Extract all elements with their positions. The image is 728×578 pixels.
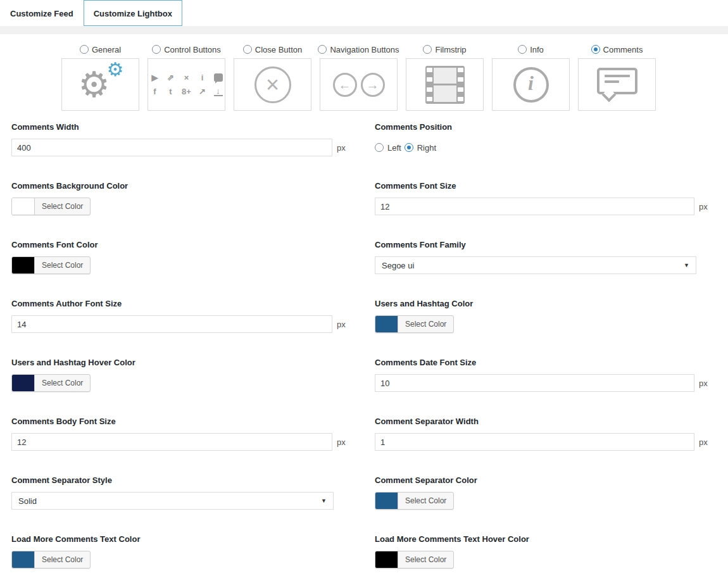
section-label: Close Button [255, 45, 302, 54]
tab-bar: Customize Feed Customize Lightbox [0, 0, 728, 26]
users-hashtag-color-button[interactable]: Select Color [375, 315, 454, 333]
load-more-comments-text-hover-color-button[interactable]: Select Color [375, 551, 454, 569]
color-swatch [375, 493, 398, 509]
comments-width-field: Comments Width px [11, 117, 347, 176]
section-radio-comments[interactable]: Comments [591, 43, 643, 56]
comments-position-field: Comments Position Left Right [375, 117, 709, 176]
comment-separator-width-input[interactable] [375, 433, 694, 451]
field-label: Comments Font Family [375, 240, 709, 249]
section-label: General [92, 45, 121, 54]
section-radio-info[interactable]: Info [518, 43, 544, 56]
field-label: Comment Separator Color [375, 475, 709, 485]
users-hashtag-hover-color-button[interactable]: Select Color [11, 374, 91, 392]
lightbox-section-selector: General ⚙ ⚙ Control Buttons [0, 43, 728, 111]
comment-separator-style-select[interactable]: Solid ▼ [11, 492, 334, 510]
comments-author-font-size-input[interactable] [11, 315, 332, 333]
comments-font-color-button[interactable]: Select Color [11, 256, 91, 274]
select-color-label: Select Color [398, 551, 453, 568]
comment-separator-style-field: Comment Separator Style Solid ▼ [11, 470, 347, 529]
color-swatch [12, 198, 35, 215]
field-label: Users and Hashtag Color [375, 299, 709, 308]
comments-font-color-field: Comments Font Color Select Color [11, 235, 347, 294]
comments-width-input[interactable] [11, 139, 332, 156]
comments-date-font-size-input[interactable] [375, 374, 694, 392]
radio-icon[interactable] [152, 45, 161, 54]
px-suffix: px [699, 437, 709, 447]
field-label: Comments Width [11, 122, 347, 132]
section-radio-navigation-buttons[interactable]: Navigation Buttons [318, 43, 399, 56]
external-link-icon: ↗ [198, 87, 207, 96]
select-color-label: Select Color [35, 375, 90, 391]
px-suffix: px [699, 379, 709, 388]
lightbox-settings-panel: General ⚙ ⚙ Control Buttons [0, 34, 728, 578]
twitter-icon: t [166, 87, 175, 96]
radio-icon-selected[interactable] [591, 45, 600, 54]
section-label: Control Buttons [164, 45, 221, 54]
users-hashtag-color-field: Users and Hashtag Color Select Color [375, 294, 709, 353]
section-label: Navigation Buttons [330, 45, 399, 54]
field-label: Comments Date Font Size [375, 358, 709, 367]
comments-font-family-select[interactable]: Segoe ui ▼ [375, 256, 696, 274]
gears-icon: ⚙ ⚙ [77, 65, 124, 104]
load-more-comments-text-hover-color-field: Load More Comments Text Hover Color Sele… [375, 529, 709, 578]
tab-customize-feed[interactable]: Customize Feed [0, 0, 84, 26]
section-label: Filmstrip [435, 45, 466, 54]
field-label: Comments Author Font Size [11, 299, 347, 308]
comments-body-font-size-field: Comments Body Font Size px [11, 412, 347, 470]
comments-background-color-button[interactable]: Select Color [11, 198, 91, 215]
field-label: Comment Separator Style [11, 475, 347, 485]
section-navigation-buttons: Navigation Buttons ← → [320, 43, 398, 111]
section-info: Info i [492, 43, 570, 111]
position-left-radio[interactable] [375, 143, 384, 152]
section-icon-box-close-button[interactable]: × [234, 58, 311, 111]
position-left-label: Left [387, 143, 401, 153]
close-circle-icon: × [254, 66, 291, 103]
color-swatch [12, 257, 35, 273]
small-gear-icon: ⚙ [107, 60, 124, 79]
field-label: Load More Comments Text Hover Color [375, 534, 709, 544]
section-icon-box-comments[interactable] [578, 58, 656, 111]
position-right-radio[interactable] [405, 143, 413, 152]
section-radio-general[interactable]: General [80, 43, 121, 56]
section-radio-close-button[interactable]: Close Button [243, 43, 302, 56]
section-label: Comments [603, 45, 643, 54]
section-radio-control-buttons[interactable]: Control Buttons [152, 43, 221, 56]
section-general: General ⚙ ⚙ [61, 43, 139, 111]
section-radio-filmstrip[interactable]: Filmstrip [423, 43, 466, 56]
comment-separator-color-button[interactable]: Select Color [375, 492, 454, 510]
field-label: Comments Body Font Size [11, 417, 347, 426]
section-icon-box-info[interactable]: i [492, 58, 570, 111]
select-color-label: Select Color [398, 493, 453, 509]
chevron-down-icon: ▼ [321, 498, 327, 504]
info-circle-icon: i [513, 67, 549, 103]
load-more-comments-text-color-button[interactable]: Select Color [11, 551, 91, 569]
fullscreen-icon: × [182, 73, 191, 82]
field-label: Load More Comments Text Color [11, 534, 347, 544]
px-suffix: px [337, 320, 347, 329]
section-icon-box-navigation-buttons[interactable]: ← → [320, 58, 398, 111]
section-label: Info [530, 45, 544, 54]
select-value: Solid [18, 496, 37, 506]
field-label: Comments Font Size [375, 181, 709, 191]
section-icon-box-control-buttons[interactable]: ▶ ⇗ × i f t 8+ ↗ ↓ [147, 58, 225, 111]
tab-customize-lightbox[interactable]: Customize Lightbox [84, 0, 182, 26]
googleplus-icon: 8+ [182, 87, 191, 96]
comments-body-font-size-input[interactable] [11, 433, 332, 451]
section-icon-box-filmstrip[interactable] [406, 58, 484, 111]
section-icon-box-general[interactable]: ⚙ ⚙ [61, 58, 139, 111]
radio-icon[interactable] [243, 45, 252, 54]
filmstrip-icon [425, 66, 465, 104]
radio-icon[interactable] [423, 45, 432, 54]
px-suffix: px [337, 143, 347, 153]
field-label: Users and Hashtag Hover Color [11, 358, 347, 367]
radio-icon[interactable] [80, 45, 89, 54]
users-hashtag-hover-color-field: Users and Hashtag Hover Color Select Col… [11, 353, 347, 412]
comments-font-size-input[interactable] [375, 198, 694, 215]
comment-separator-color-field: Comment Separator Color Select Color [375, 470, 709, 529]
position-right-label: Right [417, 143, 436, 153]
radio-icon[interactable] [518, 45, 527, 54]
section-comments: Comments [578, 43, 656, 111]
radio-icon[interactable] [318, 45, 327, 54]
color-swatch [12, 375, 35, 391]
select-color-label: Select Color [35, 198, 90, 215]
